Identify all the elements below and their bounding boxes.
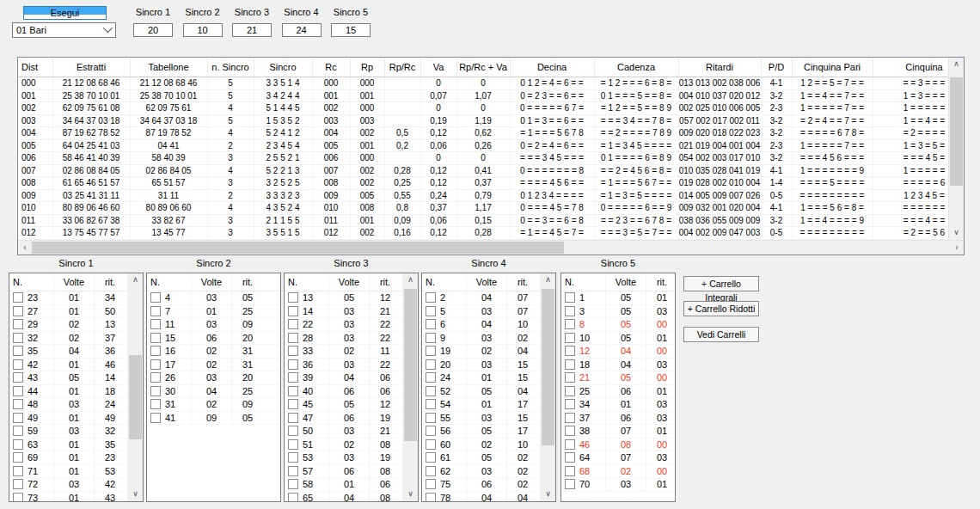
grid-cell[interactable]: 011 — [312, 214, 350, 227]
grid-cell[interactable]: 0,5 — [384, 127, 420, 140]
grid-cell[interactable]: 0,41 — [456, 164, 510, 177]
grid-cell[interactable]: 009 — [312, 189, 350, 202]
grid-cell[interactable]: 4 — [207, 164, 254, 177]
grid-cell[interactable]: 003 — [312, 114, 350, 127]
grid-cell[interactable]: 1,19 — [456, 114, 510, 127]
grid-vertical-scrollbar[interactable]: ∧ ∨ — [948, 58, 964, 240]
list-item[interactable]: 48 03 24 — [9, 398, 127, 412]
grid-cell[interactable]: 001 — [350, 89, 384, 102]
grid-cell[interactable]: 87 19 78 52 — [130, 127, 207, 140]
list-item[interactable]: 46 08 00 — [561, 438, 675, 452]
list-item[interactable]: 52 05 04 — [422, 385, 540, 399]
grid-cell[interactable]: = = = 4 5 = — [873, 152, 948, 165]
number-checkbox[interactable] — [13, 333, 23, 343]
number-checkbox[interactable] — [565, 466, 575, 476]
grid-cell[interactable]: 010 — [312, 202, 350, 215]
grid-cell[interactable]: 0 = = = = = = = 8 — [510, 164, 594, 177]
scrollbar-thumb[interactable] — [32, 242, 564, 254]
list-item[interactable]: 30 04 25 — [147, 385, 280, 399]
grid-cell[interactable]: 0,16 — [384, 227, 420, 240]
grid-row[interactable]: 00334 64 37 03 1834 64 37 03 1851 5 3 5 … — [18, 114, 948, 127]
grid-cell[interactable]: 0,24 — [420, 189, 456, 202]
number-checkbox[interactable] — [565, 292, 575, 303]
grid-cell[interactable]: 0,12 — [420, 164, 456, 177]
grid-cell[interactable]: 31 11 — [130, 189, 207, 202]
grid-cell[interactable]: 0,26 — [456, 139, 510, 152]
grid-cell[interactable]: 3 3 3 2 3 — [254, 189, 312, 202]
grid-cell[interactable]: 007 — [312, 164, 350, 177]
grid-cell[interactable] — [384, 114, 420, 127]
scrollbar-track[interactable] — [32, 241, 950, 254]
grid-cell[interactable]: 003 — [350, 114, 384, 127]
list-item[interactable]: 31 02 09 — [147, 398, 280, 412]
list-item[interactable]: 5 03 07 — [422, 305, 540, 319]
grid-cell[interactable]: 0 = 2 = 4 = 6 = = — [510, 139, 594, 152]
list-item[interactable]: 16 02 31 — [147, 345, 280, 359]
scrollbar-thumb[interactable] — [129, 355, 142, 439]
list-item[interactable]: 72 03 42 — [9, 478, 127, 492]
grid-cell[interactable]: = 1 = = = 5 6 7 8 — [510, 127, 594, 140]
grid-cell[interactable]: 34 64 37 03 18 — [130, 114, 207, 127]
sincro-count-input[interactable]: 15 — [331, 23, 371, 37]
number-checkbox[interactable] — [150, 306, 161, 316]
grid-cell[interactable]: 0 — [420, 152, 456, 165]
grid-cell[interactable]: 0,07 — [420, 89, 456, 102]
grid-cell[interactable]: 010 — [18, 202, 52, 215]
grid-cell[interactable]: 1 = = 4 = = — [873, 114, 948, 127]
grid-cell[interactable]: 2 1 1 5 5 — [254, 214, 312, 227]
list-item[interactable]: 37 06 03 — [561, 412, 675, 426]
grid-cell[interactable]: 3 — [207, 227, 254, 240]
grid-cell[interactable]: = = 2 = = = = 7 8 9 — [594, 127, 678, 140]
number-checkbox[interactable] — [13, 386, 23, 396]
grid-cell[interactable] — [384, 77, 420, 90]
list-item[interactable]: 11 03 09 — [147, 318, 280, 332]
grid-row[interactable]: 00861 65 46 51 5765 51 5733 2 5 2 500800… — [18, 177, 948, 190]
grid-cell[interactable]: 1,07 — [456, 89, 510, 102]
list-item[interactable]: 24 01 15 — [422, 371, 540, 385]
list-item[interactable]: 9 03 02 — [422, 332, 540, 346]
number-checkbox[interactable] — [13, 452, 23, 463]
list-item[interactable]: 32 02 37 — [9, 332, 127, 346]
list-item[interactable]: 75 06 02 — [422, 478, 540, 492]
list-item[interactable]: 3 05 03 — [561, 305, 675, 319]
number-checkbox[interactable] — [150, 333, 161, 343]
list-item[interactable]: 59 03 32 — [9, 425, 127, 438]
grid-cell[interactable]: = = = = = 6 — [873, 177, 948, 190]
number-checkbox[interactable] — [150, 346, 161, 356]
sincro-count-input[interactable]: 20 — [133, 23, 173, 37]
grid-cell[interactable]: 5 2 2 1 3 — [254, 164, 312, 177]
grid-cell[interactable]: 62 09 75 61 08 — [52, 102, 130, 115]
number-checkbox[interactable] — [565, 439, 575, 450]
list-item[interactable]: 34 01 03 — [561, 398, 675, 412]
number-checkbox[interactable] — [565, 413, 575, 423]
number-checkbox[interactable] — [288, 493, 298, 501]
grid-cell[interactable]: 006 — [18, 152, 52, 165]
number-checkbox[interactable] — [288, 452, 298, 463]
list-item[interactable]: 6 04 10 — [422, 318, 540, 332]
grid-cell[interactable]: = 1 = = 4 5 = 7 = — [510, 227, 594, 240]
carrello-integrali-button[interactable]: + Carrello Integrali — [683, 276, 759, 291]
grid-cell[interactable]: 002 — [350, 127, 384, 140]
grid-cell[interactable]: 2 — [207, 189, 254, 202]
list-item[interactable]: 45 05 12 — [285, 398, 402, 412]
number-checkbox[interactable] — [565, 372, 575, 383]
grid-cell[interactable]: = 1 2 = = = 6 = 8 = — [594, 77, 678, 90]
list-item[interactable]: 51 02 08 — [285, 438, 402, 452]
grid-cell[interactable]: = = = 3 4 5 = = = — [510, 152, 594, 165]
grid-cell[interactable]: 0 = = = = = 6 = = 9 — [594, 202, 678, 215]
grid-column-header[interactable]: Sincro — [254, 58, 312, 77]
number-checkbox[interactable] — [13, 359, 23, 370]
grid-cell[interactable]: 13 75 45 77 57 — [52, 227, 130, 240]
listbox-vertical-scrollbar[interactable]: ∧ ∨ — [402, 273, 418, 501]
carrello-ridotti-button[interactable]: + Carrello Ridotti — [683, 301, 759, 316]
number-checkbox[interactable] — [426, 452, 436, 463]
number-checkbox[interactable] — [565, 306, 575, 316]
number-checkbox[interactable] — [426, 372, 436, 383]
grid-cell[interactable]: 0,06 — [420, 214, 456, 227]
number-checkbox[interactable] — [288, 333, 298, 343]
list-item[interactable]: 40 06 06 — [285, 385, 402, 399]
number-checkbox[interactable] — [288, 359, 298, 370]
number-checkbox[interactable] — [13, 319, 23, 329]
grid-column-header[interactable]: Cadenza — [594, 58, 678, 77]
list-item[interactable]: 8 05 00 — [561, 318, 675, 332]
